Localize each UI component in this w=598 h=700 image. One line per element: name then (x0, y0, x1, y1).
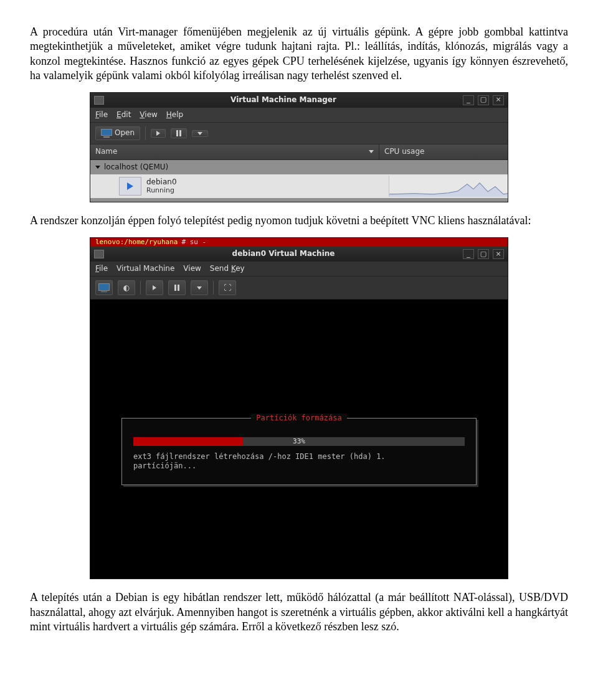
close-button[interactable]: × (493, 249, 504, 259)
menu-virtual-machine[interactable]: Virtual Machine (116, 264, 174, 274)
dialog-line-1: ext3 fájlrendszer létrehozása /-hoz IDE1… (133, 452, 465, 461)
menu-file[interactable]: File (95, 264, 108, 274)
prompt-command: # su - (181, 238, 206, 247)
dialog-title: Partíciók formázása (251, 414, 346, 422)
dialog-status-text: ext3 fájlrendszer létrehozása /-hoz IDE1… (133, 452, 465, 471)
run-button[interactable] (146, 280, 163, 295)
dialog-line-2: partíciójän... (133, 461, 465, 471)
progress-bar: 33% (133, 437, 465, 446)
installer-dialog: Partíciók formázása 33% ext3 fájlrendsze… (121, 418, 477, 485)
run-button[interactable] (151, 129, 166, 138)
chevron-down-icon (369, 150, 374, 153)
pause-icon (176, 130, 181, 136)
paragraph-2: A rendszer konzolján éppen folyó telepít… (30, 214, 568, 228)
expand-icon (95, 166, 100, 169)
play-icon (156, 131, 160, 136)
menu-edit[interactable]: Edit (116, 110, 131, 120)
pause-button[interactable] (168, 280, 186, 295)
vmm-body: localhost (QEMU) debian0 Running (90, 160, 508, 202)
monitor-icon (101, 129, 112, 138)
pause-icon (174, 285, 179, 291)
vm-status-icon (119, 177, 141, 196)
column-name[interactable]: Name (90, 144, 379, 159)
paragraph-1: A procedúra után Virt-manager főmenüjébe… (30, 25, 568, 83)
close-button[interactable]: × (493, 95, 504, 105)
app-icon (94, 96, 104, 105)
prompt-path: lenovo:/home/ryuhana (95, 238, 178, 247)
fullscreen-button[interactable]: ⛶ (219, 280, 236, 295)
chevron-down-icon (197, 132, 202, 135)
details-button[interactable]: ◐ (118, 280, 135, 295)
column-name-label: Name (95, 147, 117, 157)
vm-titlebar: debian0 Virtual Machine _ ▢ × (90, 247, 508, 262)
menu-view[interactable]: View (140, 110, 157, 120)
minimize-button[interactable]: _ (463, 249, 474, 259)
progress-percent: 33% (293, 437, 305, 446)
vnc-console[interactable]: Partíciók formázása 33% ext3 fájlrendsze… (90, 300, 508, 579)
vm-row[interactable]: debian0 Running (90, 174, 508, 198)
toolbar-separator (213, 281, 214, 295)
maximize-button[interactable]: ▢ (478, 95, 489, 105)
host-label: localhost (QEMU) (104, 163, 168, 173)
vm-console-window: lenovo:/home/ryuhana # su - debian0 Virt… (90, 237, 508, 580)
vmm-column-headers: Name CPU usage (90, 144, 508, 160)
menu-help[interactable]: Help (166, 110, 183, 120)
shutdown-menu-button[interactable] (192, 130, 208, 137)
maximize-button[interactable]: ▢ (478, 249, 489, 259)
vm-name: debian0 (146, 178, 177, 187)
cpu-usage-sparkline (389, 176, 508, 197)
toolbar-separator (140, 281, 141, 295)
vmm-toolbar: Open (90, 122, 508, 144)
paragraph-3: A telepítés után a Debian is egy hibátla… (30, 590, 568, 634)
host-row[interactable]: localhost (QEMU) (90, 160, 508, 175)
open-button-label: Open (115, 128, 135, 138)
app-icon (94, 250, 104, 258)
open-button[interactable]: Open (95, 126, 140, 140)
monitor-icon (98, 283, 110, 292)
vmm-titlebar: Virtual Machine Manager _ ▢ × (90, 93, 508, 108)
toolbar-separator (145, 126, 146, 140)
column-cpu-usage[interactable]: CPU usage (379, 144, 508, 159)
vm-state: Running (146, 187, 177, 195)
window-title: Virtual Machine Manager (108, 95, 459, 105)
play-icon (127, 182, 133, 190)
progress-bar-fill (133, 437, 243, 446)
play-icon (153, 285, 156, 290)
window-title: debian0 Virtual Machine (108, 249, 459, 259)
menu-file[interactable]: File (95, 110, 108, 120)
shutdown-menu-button[interactable] (191, 280, 208, 295)
pause-button[interactable] (171, 128, 187, 138)
vmm-menubar: File Edit View Help (90, 108, 508, 123)
terminal-prompt-bar: lenovo:/home/ryuhana # su - (90, 238, 508, 247)
chevron-down-icon (197, 286, 202, 290)
console-button[interactable] (95, 280, 113, 295)
vm-toolbar: ◐ ⛶ (90, 276, 508, 300)
vmm-window: Virtual Machine Manager _ ▢ × File Edit … (90, 92, 508, 203)
minimize-button[interactable]: _ (463, 95, 474, 105)
vm-menubar: File Virtual Machine View Send Key (90, 262, 508, 277)
menu-view[interactable]: View (183, 264, 201, 274)
menu-send-key[interactable]: Send Key (210, 264, 245, 274)
